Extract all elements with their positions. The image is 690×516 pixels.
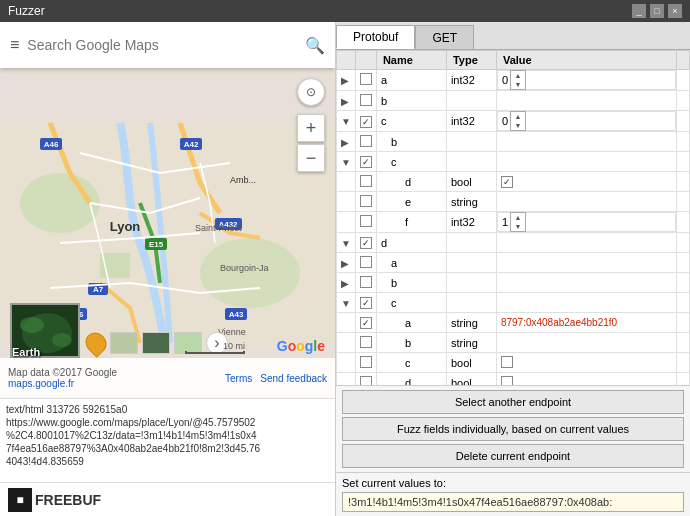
expand-button[interactable]: ▼ xyxy=(341,298,351,309)
row-checkbox[interactable] xyxy=(360,215,372,227)
spinner[interactable]: ▲ ▼ xyxy=(510,212,526,232)
spinner[interactable]: ▲ ▼ xyxy=(510,111,526,131)
maximize-button[interactable]: □ xyxy=(650,4,664,18)
row-checkbox[interactable] xyxy=(360,376,372,387)
main-container: ≡ 🔍 A46 xyxy=(0,22,690,516)
bool-checkbox[interactable] xyxy=(501,176,513,188)
street-view-icon[interactable] xyxy=(81,328,111,358)
close-button[interactable]: × xyxy=(668,4,682,18)
expand-button[interactable]: ▶ xyxy=(341,258,349,269)
cell-type: string xyxy=(446,192,496,212)
fuzz-fields-button[interactable]: Fuzz fields individually, based on curre… xyxy=(342,417,684,441)
row-checkbox[interactable] xyxy=(360,156,372,168)
table-row: ▶ a int32 0 ▲ ▼ xyxy=(337,70,690,91)
map-attribution: Map data ©2017 Google maps.google.fr xyxy=(8,367,117,389)
expand-button[interactable]: ▶ xyxy=(341,75,349,86)
cell-name: d xyxy=(376,233,446,253)
title-bar-controls: _ □ × xyxy=(632,4,682,18)
cell-type: string xyxy=(446,333,496,353)
cell-type xyxy=(446,233,496,253)
expand-button[interactable]: ▶ xyxy=(341,137,349,148)
terms-link[interactable]: Terms xyxy=(225,373,252,384)
delete-endpoint-button[interactable]: Delete current endpoint xyxy=(342,444,684,468)
freebuf-logo: ■ FREEBUF xyxy=(8,488,101,512)
expand-button[interactable]: ▶ xyxy=(341,278,349,289)
url-line4: 7f4ea516ae88797%3A0x408ab2ae4bb21f0!8m2!… xyxy=(6,442,329,455)
spinner[interactable]: ▲ ▼ xyxy=(510,70,526,90)
tab-protobuf[interactable]: Protobuf xyxy=(336,25,415,49)
bool-checkbox[interactable] xyxy=(501,356,513,368)
copyright-text: Map data ©2017 Google xyxy=(8,367,117,378)
row-checkbox[interactable] xyxy=(360,237,372,249)
cell-type xyxy=(446,293,496,313)
map-view-icon[interactable] xyxy=(110,332,138,354)
minimize-button[interactable]: _ xyxy=(632,4,646,18)
cell-type xyxy=(446,273,496,293)
cell-type: bool xyxy=(446,353,496,373)
expand-button[interactable]: ▶ xyxy=(341,96,349,107)
row-checkbox[interactable] xyxy=(360,135,372,147)
col-header-expand xyxy=(337,51,356,70)
row-checkbox[interactable] xyxy=(360,256,372,268)
cell-type xyxy=(446,91,496,111)
spinner-up[interactable]: ▲ xyxy=(511,71,525,80)
title-bar-title: Fuzzer xyxy=(8,4,45,18)
spinner-up[interactable]: ▲ xyxy=(511,112,525,121)
cell-name: c xyxy=(376,152,446,172)
expand-button[interactable]: ▼ xyxy=(341,116,351,127)
row-checkbox[interactable] xyxy=(360,297,372,309)
set-values-input[interactable] xyxy=(342,492,684,512)
row-checkbox[interactable] xyxy=(360,94,372,106)
maps-url[interactable]: maps.google.fr xyxy=(8,378,117,389)
cell-type: int32 xyxy=(446,212,496,233)
cell-value xyxy=(496,253,676,273)
col-header-type: Type xyxy=(446,51,496,70)
earth-label: Earth xyxy=(12,346,40,358)
row-checkbox[interactable] xyxy=(360,175,372,187)
search-icon[interactable]: 🔍 xyxy=(305,36,325,55)
table-row: c bool xyxy=(337,353,690,373)
table-container[interactable]: Name Type Value ▶ a int32 0 xyxy=(336,50,690,386)
feedback-link[interactable]: Send feedback xyxy=(260,373,327,384)
cell-value xyxy=(496,132,676,152)
zoom-out-button[interactable]: − xyxy=(297,144,325,172)
freebuf-icon: ■ xyxy=(8,488,32,512)
table-row: f int32 1 ▲ ▼ xyxy=(337,212,690,233)
satellite-view-icon[interactable] xyxy=(142,332,170,354)
tab-get[interactable]: GET xyxy=(415,25,474,49)
cell-value: 1 ▲ ▼ xyxy=(497,212,676,232)
spinner-down[interactable]: ▼ xyxy=(511,80,525,89)
row-checkbox[interactable] xyxy=(360,356,372,368)
expand-button[interactable]: ▼ xyxy=(341,238,351,249)
cell-type xyxy=(446,152,496,172)
zoom-in-button[interactable]: + xyxy=(297,114,325,142)
row-checkbox[interactable] xyxy=(360,336,372,348)
row-checkbox[interactable] xyxy=(360,276,372,288)
spinner-down[interactable]: ▼ xyxy=(511,121,525,130)
row-checkbox[interactable] xyxy=(360,116,372,128)
hamburger-icon[interactable]: ≡ xyxy=(10,36,19,54)
cell-name: c xyxy=(376,353,446,373)
row-checkbox[interactable] xyxy=(360,195,372,207)
google-logo: Google xyxy=(277,338,325,354)
cell-type xyxy=(446,253,496,273)
row-checkbox[interactable] xyxy=(360,73,372,85)
row-checkbox[interactable] xyxy=(360,317,372,329)
select-endpoint-button[interactable]: Select another endpoint xyxy=(342,390,684,414)
spinner-down[interactable]: ▼ xyxy=(511,222,525,231)
spinner-up[interactable]: ▲ xyxy=(511,213,525,222)
col-header-check xyxy=(355,51,376,70)
location-button[interactable]: ⊙ xyxy=(297,78,325,106)
search-bar: ≡ 🔍 xyxy=(0,22,335,68)
cell-name: b xyxy=(376,333,446,353)
cell-name: c xyxy=(376,111,446,132)
map-bottom-bar: Map data ©2017 Google maps.google.fr Ter… xyxy=(0,358,335,398)
search-input[interactable] xyxy=(27,37,297,53)
right-panel: Protobuf GET Name Type Value xyxy=(335,22,690,516)
url-area: text/html 313726 592615a0 https://www.go… xyxy=(0,398,335,482)
bool-checkbox[interactable] xyxy=(501,376,513,387)
expand-button[interactable]: ▼ xyxy=(341,157,351,168)
cell-value: 8797:0x408ab2ae4bb21f0 xyxy=(496,313,676,333)
svg-point-2 xyxy=(200,238,300,308)
cell-type xyxy=(446,132,496,152)
